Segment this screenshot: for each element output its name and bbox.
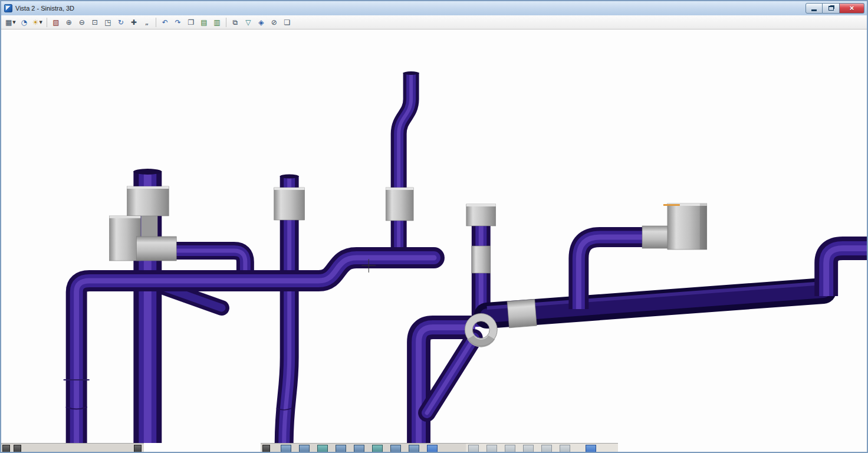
zoom-out-button[interactable]: ⊖	[76, 17, 88, 28]
partial-tool-icon[interactable]	[505, 445, 515, 452]
clip-volume-icon: ▽	[245, 19, 251, 26]
toolbar-separator	[156, 18, 156, 27]
window-area-icon: ⊡	[92, 19, 98, 26]
piping-3d-scene[interactable]	[1, 29, 867, 443]
pipe-long-dark-run[interactable]	[487, 283, 823, 316]
window-controls: ×	[805, 3, 864, 14]
view-next-icon: ↷	[175, 19, 181, 26]
copy-view-icon: ❐	[188, 19, 195, 26]
update-view-icon: ▧	[52, 19, 59, 26]
toolbar-separator	[47, 18, 47, 27]
close-button[interactable]: ×	[840, 3, 864, 14]
partial-tool-icon[interactable]	[372, 445, 383, 452]
partial-tool-icon[interactable]	[560, 445, 570, 452]
walk-icon: „	[145, 19, 149, 26]
close-icon: ×	[850, 4, 854, 12]
app-icon	[4, 4, 12, 12]
partial-tool-icon[interactable]	[427, 445, 438, 452]
partial-tool-icon[interactable]	[281, 445, 291, 452]
chevron-down-icon: ▼	[12, 20, 15, 25]
partial-tool-icon[interactable]	[299, 445, 310, 452]
joint-tick-marks	[64, 380, 292, 410]
partial-tool-icon[interactable]	[486, 445, 497, 452]
partial-tool-icon[interactable]	[134, 445, 142, 452]
selection-highlight-line	[663, 204, 680, 206]
partial-tool-icon[interactable]	[317, 445, 328, 452]
minimize-icon	[811, 9, 817, 11]
chevron-down-icon: ▼	[40, 20, 42, 25]
zoom-in-button[interactable]: ⊕	[63, 17, 75, 28]
partial-tool-icon[interactable]	[409, 445, 419, 452]
view-toolbar: ▦ ▼ ◔ ☀ ▼ ▧ ⊕ ⊖ ⊡ ◳ ↻ ✚	[1, 15, 867, 29]
sleeve-fitting-dark-run[interactable]	[507, 299, 537, 328]
pipe-right-elbow[interactable]	[826, 248, 867, 296]
valve-fitting-4-lower[interactable]	[472, 246, 491, 273]
clip-mask-button[interactable]: ⊘	[268, 17, 280, 28]
partial-tool-icon[interactable]	[336, 445, 346, 452]
valve-fitting-4-upper[interactable]	[466, 204, 496, 226]
minimize-button[interactable]	[805, 3, 823, 14]
pipe-vertical-3[interactable]	[399, 71, 419, 259]
partial-tool-icon[interactable]	[354, 445, 364, 452]
saved-view-icon: ❏	[284, 19, 291, 26]
partial-tool-icon[interactable]	[2, 445, 10, 452]
rotate-view-icon: ↻	[118, 19, 124, 26]
display-style-button[interactable]: ◈	[255, 17, 267, 28]
end-block-fitting[interactable]	[668, 203, 707, 250]
valve-fitting-left[interactable]	[110, 186, 177, 261]
zoom-out-icon: ⊖	[79, 19, 85, 26]
rotate-view-button[interactable]: ↻	[115, 17, 127, 28]
view-group-close-button[interactable]: ▥	[211, 17, 223, 28]
view-previous-button[interactable]: ↶	[159, 17, 171, 28]
docked-toolbar-left	[1, 443, 144, 452]
view-brightness-button[interactable]: ☀ ▼	[31, 17, 44, 28]
partial-tool-icon[interactable]	[390, 445, 401, 452]
window-title: Vista 2 - Sinistra, 3D	[15, 5, 74, 12]
coupling-fitting-3[interactable]	[386, 188, 413, 221]
copy-view-button[interactable]: ❐	[185, 17, 197, 28]
brightness-icon: ☀	[32, 19, 39, 26]
view-group-open-icon: ▤	[200, 19, 207, 26]
view-window: Vista 2 - Sinistra, 3D × ▦ ▼ ◔ ☀ ▼ ▧	[0, 0, 868, 453]
title-bar[interactable]: Vista 2 - Sinistra, 3D ×	[1, 1, 867, 15]
partial-tool-icon[interactable]	[468, 445, 479, 452]
partial-tool-icon[interactable]	[14, 445, 21, 452]
fit-view-button[interactable]: ◳	[102, 17, 114, 28]
clip-volume-button[interactable]: ▽	[242, 17, 254, 28]
tile-windows-icon: ⧉	[233, 19, 238, 26]
adjust-view-icon: ◔	[21, 19, 27, 26]
drawing-viewport[interactable]	[1, 29, 867, 443]
view-next-button[interactable]: ↷	[172, 17, 184, 28]
pan-view-button[interactable]: ✚	[128, 17, 140, 28]
pipe-main-run[interactable]	[77, 258, 434, 443]
window-area-button[interactable]: ⊡	[89, 17, 101, 28]
display-style-cube-icon: ◈	[258, 19, 264, 26]
pan-view-icon: ✚	[131, 19, 137, 26]
restore-icon	[828, 6, 834, 11]
view-previous-icon: ↶	[162, 19, 168, 26]
pipe-diagonal-strut[interactable]	[427, 338, 474, 413]
adjust-view-button[interactable]: ◔	[18, 17, 30, 28]
update-view-button[interactable]: ▧	[50, 17, 62, 28]
partial-tool-icon[interactable]	[262, 445, 270, 452]
walk-through-button[interactable]: „	[141, 17, 153, 28]
view-group-open-button[interactable]: ▤	[198, 17, 210, 28]
view-attributes-button[interactable]: ▦ ▼	[4, 17, 17, 28]
saved-view-button[interactable]: ❏	[281, 17, 293, 28]
partial-tool-icon[interactable]	[586, 445, 596, 452]
restore-button[interactable]	[823, 3, 840, 14]
bottom-strip	[1, 443, 867, 452]
partial-tool-icon[interactable]	[541, 445, 552, 452]
tile-windows-button[interactable]: ⧉	[229, 17, 241, 28]
docked-toolbar-center	[261, 443, 466, 452]
view-group-close-icon: ▥	[213, 19, 220, 26]
toolbar-separator	[226, 18, 226, 27]
partial-tool-icon[interactable]	[523, 445, 534, 452]
collar-ring-fitting[interactable]	[465, 314, 497, 346]
sleeve-fitting-upper-right[interactable]	[642, 226, 668, 248]
coupling-fitting-2[interactable]	[274, 188, 305, 220]
view-attributes-icon: ▦	[5, 19, 12, 26]
zoom-in-icon: ⊕	[66, 19, 72, 26]
fit-view-icon: ◳	[104, 19, 111, 26]
clip-mask-icon: ⊘	[271, 19, 277, 26]
